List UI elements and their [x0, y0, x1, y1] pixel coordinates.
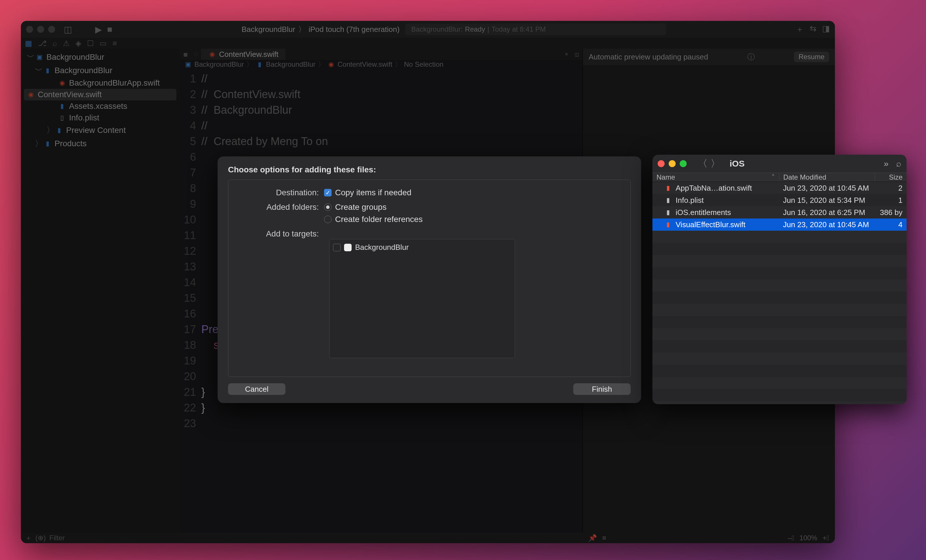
finder-row[interactable]: ▮iOS.entitlementsJun 16, 2020 at 6:25 PM…: [652, 206, 906, 218]
preview-footer: 📌 ≡ –⃝ 100% +⃝: [583, 533, 835, 543]
plist-file-icon: ▯: [58, 114, 66, 122]
target-row[interactable]: BackgroundBlur: [333, 243, 511, 252]
status-state: Ready: [465, 25, 485, 33]
pin-icon[interactable]: 📌: [588, 534, 597, 542]
swift-file-icon: ◉: [208, 50, 216, 58]
crumb-1: BackgroundBlur: [266, 61, 316, 68]
close-icon[interactable]: [26, 26, 33, 33]
right-panel-icon[interactable]: ◨: [822, 24, 830, 35]
source-control-icon[interactable]: ⎇: [38, 39, 47, 48]
breakpoint-nav-icon[interactable]: ≡: [113, 39, 117, 48]
sort-asc-icon: ˄: [772, 173, 775, 182]
scheme-device: iPod touch (7th generation): [309, 25, 400, 34]
test-nav-icon[interactable]: ☐: [87, 39, 94, 48]
minimize-icon[interactable]: [669, 160, 676, 167]
symbol-nav-icon[interactable]: ⌕: [53, 39, 57, 48]
debug-nav-icon[interactable]: ▭: [100, 39, 107, 48]
targets-list[interactable]: BackgroundBlur: [329, 239, 515, 358]
column-name[interactable]: Name ˄: [652, 173, 779, 182]
find-nav-icon[interactable]: ⚠: [63, 39, 70, 48]
finder-row[interactable]: ▮Info.plistJun 15, 2020 at 5:34 PM1: [652, 194, 906, 206]
chevron-right-icon: 〉: [246, 60, 253, 69]
add-files-sheet: Choose options for adding these files: D…: [218, 156, 641, 403]
tree-file[interactable]: ▮ Assets.xcassets: [21, 100, 179, 112]
back-icon[interactable]: 〈: [192, 51, 197, 58]
sheet-options: Destination: ✓ Copy items if needed Adde…: [228, 180, 631, 377]
run-icon[interactable]: ▶: [95, 24, 102, 35]
copy-items-label: Copy items if needed: [335, 188, 412, 197]
chevron-down-icon[interactable]: ﹀: [27, 51, 32, 63]
zoom-icon[interactable]: [680, 160, 687, 167]
tree-root[interactable]: ﹀ ▣ BackgroundBlur: [21, 50, 179, 64]
column-size[interactable]: Size: [875, 173, 906, 182]
checkbox-checked-icon: ✓: [324, 189, 331, 197]
resume-button[interactable]: Resume: [794, 51, 829, 62]
scheme-project: BackgroundBlur: [242, 25, 295, 34]
plus-icon[interactable]: ＋: [796, 24, 804, 35]
settings-icon[interactable]: ≡: [602, 534, 606, 542]
adjust-editor-icon[interactable]: ◫: [571, 51, 583, 57]
cancel-button[interactable]: Cancel: [228, 383, 286, 395]
tree-folder[interactable]: 〉 ▮ Preview Content: [21, 124, 179, 137]
library-icon[interactable]: ⇆: [809, 24, 816, 35]
file-size: 4: [875, 220, 906, 229]
project-nav-icon[interactable]: ▦: [25, 39, 32, 48]
forward-icon[interactable]: 〉: [710, 157, 720, 170]
finder-row[interactable]: ▮AppTabNa…ation.swiftJun 23, 2020 at 10:…: [652, 182, 906, 194]
finish-button[interactable]: Finish: [573, 383, 631, 395]
chevron-down-icon[interactable]: ﹀: [35, 65, 41, 76]
tab-label: ContentView.swift: [219, 50, 278, 59]
tree-group[interactable]: ﹀ ▮ BackgroundBlur: [21, 64, 179, 77]
tree-root-label: BackgroundBlur: [47, 53, 104, 62]
preview-banner: Automatic preview updating paused ⓘ Resu…: [583, 49, 835, 65]
back-icon[interactable]: 〈: [698, 157, 708, 170]
tree-file[interactable]: ▯ Info.plist: [21, 112, 179, 124]
issue-nav-icon[interactable]: ◈: [76, 39, 81, 48]
chevron-right-icon[interactable]: 〉: [47, 125, 52, 136]
sheet-title: Choose options for adding these files:: [228, 165, 631, 174]
filter-scope-icon[interactable]: (⊕): [35, 534, 46, 542]
chevron-right-icon: 〉: [298, 24, 306, 35]
editor-tab[interactable]: ◉ ContentView.swift: [201, 49, 286, 60]
create-groups-radio[interactable]: Create groups: [324, 203, 423, 212]
finder-blank-row: [652, 389, 906, 401]
minimize-icon[interactable]: [37, 26, 44, 33]
copy-items-checkbox[interactable]: ✓ Copy items if needed: [324, 188, 412, 197]
filter-input[interactable]: [49, 534, 136, 542]
tree-file[interactable]: ◉ BackgroundBlurApp.swift: [21, 77, 179, 89]
editor-options-icon[interactable]: ≡: [561, 51, 571, 57]
create-refs-radio[interactable]: Create folder references: [324, 215, 423, 224]
traffic-lights: [26, 26, 55, 33]
sidebar-toggle-icon[interactable]: ◫: [64, 24, 72, 35]
finder-blank-row: [652, 243, 906, 255]
swift-file-icon: ◉: [27, 91, 35, 98]
related-items-icon[interactable]: ▦: [179, 51, 192, 57]
zoom-icon[interactable]: [48, 26, 55, 33]
jump-bar[interactable]: ▣ BackgroundBlur 〉 ▮ BackgroundBlur 〉 ◉ …: [179, 60, 583, 69]
zoom-in-icon[interactable]: +⃝: [822, 534, 829, 542]
destination-label: Destination:: [237, 188, 324, 197]
more-icon[interactable]: »: [884, 159, 888, 169]
zoom-out-icon[interactable]: –⃝: [788, 534, 794, 542]
column-date[interactable]: Date Modified: [779, 173, 875, 182]
file-name: iOS.entitlements: [676, 208, 731, 217]
tree-file-selected[interactable]: ◉ ContentView.swift: [24, 89, 176, 100]
chevron-right-icon[interactable]: 〉: [35, 138, 41, 149]
stop-icon[interactable]: ■: [107, 24, 112, 34]
info-icon[interactable]: ⓘ: [747, 52, 755, 62]
forward-icon[interactable]: 〉: [197, 51, 201, 58]
tree-products[interactable]: 〉 ▮ Products: [21, 137, 179, 150]
tree-file-label: Info.plist: [69, 113, 99, 123]
file-size: 1: [875, 196, 906, 205]
preview-message: Automatic preview updating paused: [589, 53, 708, 62]
add-icon[interactable]: ＋: [25, 533, 32, 543]
search-icon[interactable]: ⌕: [896, 159, 901, 169]
finder-row[interactable]: ▮VisualEffectBlur.swiftJun 23, 2020 at 1…: [652, 218, 906, 231]
finder-blank-row: [652, 316, 906, 328]
radio-icon: [324, 216, 331, 223]
scheme-selector[interactable]: BackgroundBlur 〉 iPod touch (7th generat…: [242, 24, 400, 35]
close-icon[interactable]: [658, 160, 664, 167]
file-size: 2: [875, 184, 906, 193]
add-targets-label: Add to targets:: [237, 229, 324, 239]
checkbox-icon[interactable]: [333, 244, 340, 251]
